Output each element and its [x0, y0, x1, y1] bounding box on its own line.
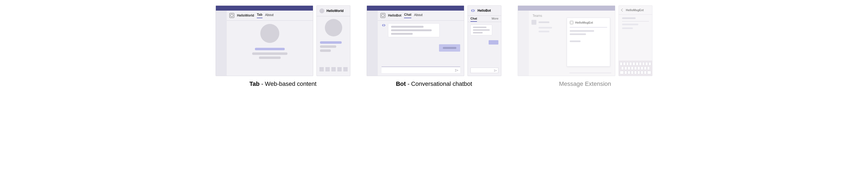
keyboard-key[interactable]	[638, 71, 640, 74]
keyboard-key[interactable]	[624, 71, 627, 74]
mobile-header: HelloBot	[468, 6, 501, 16]
mobile-title: HelloBot	[477, 9, 491, 12]
card-line	[570, 33, 586, 35]
mobile-tab-more[interactable]: More	[492, 17, 498, 22]
svg-point-1	[384, 25, 384, 25]
keyboard-key[interactable]	[642, 62, 645, 66]
keyboard-key[interactable]	[649, 62, 651, 66]
keyboard-key[interactable]	[629, 62, 632, 66]
tab-tab[interactable]: Tab	[257, 13, 262, 18]
nav-item[interactable]	[343, 67, 348, 71]
compose-box[interactable]	[381, 67, 460, 73]
bot-desktop-content: HelloBot Chat About	[378, 10, 464, 76]
reply-line	[443, 47, 456, 49]
keyboard-key[interactable]	[623, 62, 626, 66]
group-tab: HelloWorld Tab About	[216, 5, 350, 87]
keyboard-key[interactable]	[647, 67, 650, 70]
bot-message-row	[381, 23, 460, 37]
keyboard-key[interactable]	[628, 67, 630, 70]
nav-item[interactable]	[337, 67, 342, 71]
nav-item[interactable]	[331, 67, 336, 71]
mobile-tabs: Chat More	[468, 16, 501, 22]
bot-icon	[381, 23, 386, 27]
card-line	[570, 41, 581, 42]
send-icon[interactable]	[494, 69, 497, 72]
content-line-accent	[255, 48, 285, 50]
keyboard[interactable]	[619, 60, 652, 76]
mobile-tab-chat[interactable]: Chat	[470, 17, 477, 22]
message-line	[473, 27, 487, 28]
teams-side-panel: Teams	[529, 10, 565, 35]
msgext-card[interactable]: HelloMsgExt	[567, 18, 610, 67]
left-rail	[518, 10, 529, 76]
keyboard-key[interactable]	[621, 67, 624, 70]
tab-desktop-window: HelloWorld Tab About	[216, 5, 313, 76]
avatar-icon	[319, 8, 324, 13]
list-item[interactable]	[531, 20, 563, 25]
nav-item[interactable]	[319, 67, 324, 71]
caption-rest: - Conversational chatbot	[406, 80, 472, 87]
keyboard-key[interactable]	[624, 67, 627, 70]
keyboard-key[interactable]	[641, 67, 643, 70]
msgext-desktop-inner: Teams HelloMsgExt	[518, 10, 615, 76]
avatar-placeholder	[260, 24, 279, 43]
message-line	[473, 32, 483, 33]
mobile-body	[619, 15, 652, 60]
compose-box[interactable]	[470, 68, 498, 73]
back-icon[interactable]	[621, 8, 624, 11]
keyboard-key[interactable]	[638, 67, 640, 70]
keyboard-key[interactable]	[628, 71, 630, 74]
app-icon	[229, 13, 234, 18]
bottom-nav	[319, 66, 348, 73]
content-line	[259, 56, 281, 59]
nav-item[interactable]	[326, 67, 330, 71]
keyboard-key[interactable]	[636, 62, 638, 66]
user-reply-bubble	[489, 40, 498, 45]
keyboard-key[interactable]	[644, 67, 647, 70]
titlebar	[216, 6, 313, 10]
caption-tab: Tab - Web-based content	[249, 80, 316, 87]
msgext-mobile-window: HelloMsgExt	[619, 5, 652, 76]
keyboard-key[interactable]	[634, 71, 637, 74]
keyboard-key[interactable]	[644, 71, 647, 74]
keyboard-key[interactable]	[626, 62, 629, 66]
keyboard-key[interactable]	[634, 67, 637, 70]
content-line	[622, 27, 633, 29]
tab-chat[interactable]: Chat	[404, 13, 411, 18]
keyboard-key[interactable]	[631, 71, 633, 74]
tab-about[interactable]: About	[414, 13, 423, 18]
caption-bold: Tab	[249, 80, 259, 87]
tab-about[interactable]: About	[265, 13, 274, 18]
keyboard-key[interactable]	[631, 67, 633, 70]
keyboard-key[interactable]	[632, 62, 635, 66]
keyboard-key[interactable]	[647, 71, 651, 74]
mobile-title: HelloMsgExt	[626, 8, 644, 12]
bot-body	[378, 21, 464, 76]
tab-mobile-window: HelloWorld	[316, 5, 350, 76]
mobile-bot-body	[468, 22, 501, 76]
keyboard-key[interactable]	[639, 62, 642, 66]
message-line	[391, 29, 432, 31]
keyboard-key[interactable]	[620, 71, 624, 74]
bot-desktop-window: HelloBot Chat About	[367, 5, 464, 76]
keyboard-row	[620, 62, 651, 66]
caption-msgext: Message Extension	[559, 80, 611, 87]
divider	[622, 21, 649, 22]
app-icon	[380, 13, 385, 18]
keyboard-key[interactable]	[641, 71, 643, 74]
svg-point-2	[473, 10, 473, 11]
msgext-card-title: HelloMsgExt	[575, 21, 593, 24]
keyboard-key[interactable]	[645, 62, 648, 66]
caption-bold: Bot	[396, 80, 406, 87]
content-line	[622, 17, 636, 19]
group-bot-pair: HelloBot Chat About	[367, 5, 501, 76]
message-line	[473, 29, 490, 31]
bot-message-bubble	[470, 25, 492, 35]
svg-point-3	[473, 10, 473, 11]
keyboard-key[interactable]	[620, 62, 622, 66]
tab-desktop-content: HelloWorld Tab About	[227, 10, 313, 76]
bot-message-bubble	[388, 23, 439, 37]
content-line	[252, 52, 287, 55]
send-icon[interactable]	[455, 69, 459, 72]
mobile-title: HelloWorld	[327, 9, 344, 13]
